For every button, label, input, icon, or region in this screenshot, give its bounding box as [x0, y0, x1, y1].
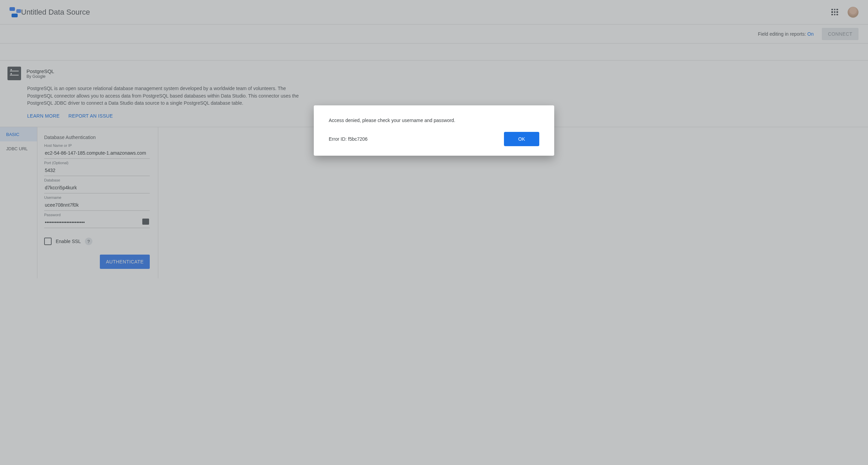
ok-button[interactable]: OK: [504, 132, 539, 146]
modal-scrim[interactable]: Access denied, please check your usernam…: [0, 0, 868, 465]
dialog-error-id: Error ID: f5bc7206: [329, 136, 504, 142]
dialog-message: Access denied, please check your usernam…: [329, 118, 539, 123]
error-dialog: Access denied, please check your usernam…: [314, 105, 554, 156]
